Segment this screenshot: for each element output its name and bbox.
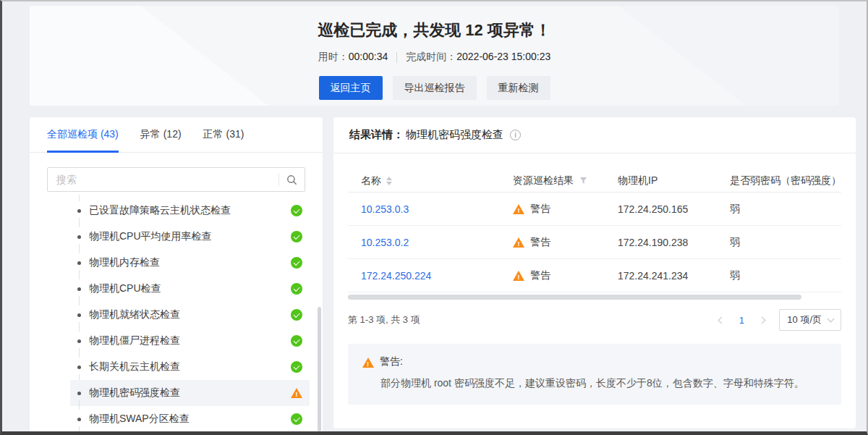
duration-value: 00:00:34 xyxy=(349,51,388,62)
check-item-label: 物理机SWAP分区检查 xyxy=(89,413,190,426)
check-item-label: 已设置故障策略云主机状态检查 xyxy=(89,204,231,217)
tab-normal[interactable]: 正常 (31) xyxy=(203,117,244,153)
app-window: 巡检已完成，共发现 12 项异常！ 用时：00:00:34 完成时间：2022-… xyxy=(0,0,868,435)
bullet-icon xyxy=(77,287,81,291)
warning-icon xyxy=(362,357,373,368)
list-item[interactable]: 物理机CPU平均使用率检查 xyxy=(70,224,310,250)
table-row: 10.253.0.3 警告 172.24.250.165 弱 xyxy=(348,193,841,226)
vertical-scrollbar[interactable] xyxy=(318,307,321,431)
back-home-button[interactable]: 返回主页 xyxy=(319,76,383,100)
tab-abnormal[interactable]: 异常 (12) xyxy=(140,117,182,153)
host-name-link[interactable]: 10.253.0.3 xyxy=(361,203,409,215)
search-input[interactable] xyxy=(55,173,274,186)
bullet-icon xyxy=(77,366,81,369)
column-ip: 物理机IP xyxy=(605,174,717,187)
check-item-label: 物理机僵尸进程检查 xyxy=(89,334,180,347)
pagination-summary: 第 1-3 项, 共 3 项 xyxy=(348,313,420,326)
column-weak-password-label: 是否弱密码（密码强度） xyxy=(730,174,841,187)
search-box xyxy=(47,167,305,192)
list-item[interactable]: 已设置故障策略云主机状态检查 xyxy=(70,198,310,224)
status-icon xyxy=(291,309,302,321)
next-page-button[interactable] xyxy=(753,311,770,329)
info-icon[interactable] xyxy=(510,130,521,140)
status-icon xyxy=(291,283,302,295)
result-table: 名称 资源巡检结果 物理机IP 是否弱密码（密码强度） 10.253.0.3 xyxy=(348,169,841,300)
page-size-value: 10 项/页 xyxy=(787,313,822,326)
detail-header: 结果详情： 物理机密码强度检查 xyxy=(333,117,856,153)
horizontal-scrollbar[interactable] xyxy=(348,295,801,300)
column-result: 资源巡检结果 xyxy=(500,174,605,187)
tab-all-items[interactable]: 全部巡检项 (43) xyxy=(47,117,119,153)
warning-title: 警告: xyxy=(380,355,403,368)
result-text: 警告 xyxy=(530,269,550,282)
status-icon xyxy=(291,361,302,373)
list-item-selected[interactable]: 物理机密码强度检查 xyxy=(70,380,310,406)
column-name-label: 名称 xyxy=(361,174,381,187)
column-result-label: 资源巡检结果 xyxy=(513,174,574,187)
recheck-button[interactable]: 重新检测 xyxy=(487,76,550,100)
table-row: 10.253.0.2 警告 172.24.190.238 弱 xyxy=(348,226,841,259)
column-weak-password: 是否弱密码（密码强度） xyxy=(717,174,841,187)
bullet-icon xyxy=(77,235,81,239)
check-item-label: 物理机CPU检查 xyxy=(89,282,161,295)
pagination-bar: 第 1-3 项, 共 3 项 1 10 项/页 xyxy=(348,309,841,331)
list-item[interactable]: 物理机就绪状态检查 xyxy=(70,302,310,328)
sort-icon[interactable] xyxy=(386,177,392,185)
result-detail-panel: 结果详情： 物理机密码强度检查 名称 资源巡检结果 物理机IP xyxy=(333,117,856,428)
warning-message: 部分物理机 root 密码强度不足，建议重设密码，长度不少于8位，包含数字、字母… xyxy=(380,376,827,392)
list-item[interactable]: 物理机CPU检查 xyxy=(70,276,310,302)
pager-controls: 1 10 项/页 xyxy=(712,309,841,331)
summary-meta: 用时：00:00:34 完成时间：2022-06-23 15:00:23 xyxy=(30,51,839,64)
status-icon xyxy=(291,335,302,347)
search-icon[interactable] xyxy=(286,174,297,185)
search-divider xyxy=(278,173,279,186)
bullet-icon xyxy=(77,339,81,343)
finish-time: 完成时间：2022-06-23 15:00:23 xyxy=(406,51,550,64)
weak-password-value: 弱 xyxy=(730,269,740,282)
weak-password-value: 弱 xyxy=(730,236,740,249)
page-title: 巡检已完成，共发现 12 项异常！ xyxy=(30,20,839,41)
bullet-icon xyxy=(77,313,81,317)
chevron-down-icon xyxy=(827,315,835,322)
export-report-button[interactable]: 导出巡检报告 xyxy=(393,76,477,100)
finish-time-label: 完成时间： xyxy=(406,51,456,62)
warning-icon xyxy=(513,237,524,248)
check-item-label: 物理机密码强度检查 xyxy=(89,387,180,400)
title-prefix: 巡检已完成，共发现 xyxy=(318,21,465,39)
bullet-icon xyxy=(77,418,81,421)
warning-panel: 警告: 部分物理机 root 密码强度不足，建议重设密码，长度不少于8位，包含数… xyxy=(348,344,841,405)
horizontal-scrollbar-track xyxy=(348,295,841,300)
summary-card: 巡检已完成，共发现 12 项异常！ 用时：00:00:34 完成时间：2022-… xyxy=(30,6,839,106)
result-text: 警告 xyxy=(530,236,550,249)
duration-label: 用时： xyxy=(318,51,349,62)
column-ip-label: 物理机IP xyxy=(618,174,658,187)
duration: 用时：00:00:34 xyxy=(318,51,388,64)
bullet-icon xyxy=(77,261,81,265)
page-size-select[interactable]: 10 项/页 xyxy=(779,309,841,331)
warning-icon xyxy=(291,387,302,399)
list-item[interactable]: 物理机僵尸进程检查 xyxy=(70,328,310,354)
list-item[interactable]: 长期关机云主机检查 xyxy=(70,354,310,380)
tab-bar: 全部巡检项 (43) 异常 (12) 正常 (31) xyxy=(30,117,323,153)
current-page[interactable]: 1 xyxy=(733,311,750,329)
bullet-icon xyxy=(77,392,81,395)
result-text: 警告 xyxy=(530,203,550,216)
bullet-icon xyxy=(77,209,81,213)
anomaly-count: 12 xyxy=(465,21,482,39)
prev-page-button[interactable] xyxy=(712,311,730,329)
check-item-label: 物理机内存检查 xyxy=(89,256,160,269)
host-name-link[interactable]: 172.24.250.224 xyxy=(361,270,431,282)
list-item[interactable]: 物理机内存检查 xyxy=(70,250,310,276)
list-item[interactable]: 物理机SWAP分区检查 xyxy=(70,406,310,431)
column-name: 名称 xyxy=(348,174,500,187)
filter-icon[interactable] xyxy=(579,177,587,185)
table-row: 172.24.250.224 警告 172.24.241.234 弱 xyxy=(348,259,841,292)
host-ip: 172.24.190.238 xyxy=(618,237,688,248)
check-list: 已设置故障策略云主机状态检查 物理机CPU平均使用率检查 物理机内存检查 物理机… xyxy=(30,198,323,431)
host-name-link[interactable]: 10.253.0.2 xyxy=(361,237,409,248)
status-icon xyxy=(291,257,302,269)
warning-header: 警告: xyxy=(362,355,827,368)
check-item-label: 长期关机云主机检查 xyxy=(89,360,180,373)
table-header-row: 名称 资源巡检结果 物理机IP 是否弱密码（密码强度） xyxy=(348,169,841,193)
detail-title-value: 物理机密码强度检查 xyxy=(406,128,503,142)
